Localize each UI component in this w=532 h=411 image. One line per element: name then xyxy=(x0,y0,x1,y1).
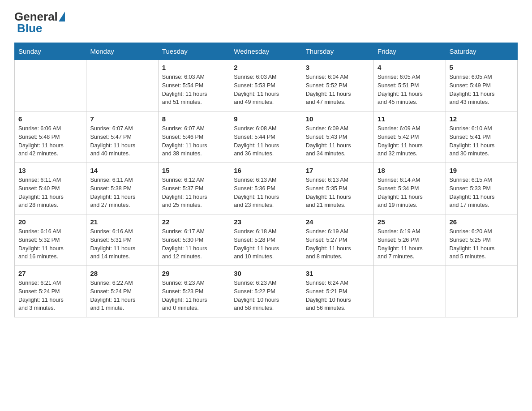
day-number: 3 xyxy=(306,64,370,71)
day-number: 13 xyxy=(18,167,82,174)
day-number: 9 xyxy=(234,115,298,123)
calendar-cell: 22Sunrise: 6:17 AM Sunset: 5:30 PM Dayli… xyxy=(158,214,230,266)
day-number: 28 xyxy=(90,270,154,277)
calendar-cell: 12Sunrise: 6:10 AM Sunset: 5:41 PM Dayli… xyxy=(446,111,517,163)
day-number: 7 xyxy=(90,115,154,123)
weekday-header-wednesday: Wednesday xyxy=(230,43,302,60)
day-number: 15 xyxy=(162,167,226,174)
day-number: 11 xyxy=(378,115,442,123)
day-number: 4 xyxy=(378,64,442,71)
day-number: 1 xyxy=(162,64,226,71)
day-info: Sunrise: 6:21 AM Sunset: 5:24 PM Dayligh… xyxy=(18,279,82,313)
calendar-cell xyxy=(86,60,158,111)
day-number: 22 xyxy=(162,218,226,226)
calendar-cell: 15Sunrise: 6:12 AM Sunset: 5:37 PM Dayli… xyxy=(158,163,230,214)
calendar-cell: 5Sunrise: 6:05 AM Sunset: 5:49 PM Daylig… xyxy=(446,60,517,111)
calendar-cell: 24Sunrise: 6:19 AM Sunset: 5:27 PM Dayli… xyxy=(302,214,373,266)
calendar-cell: 30Sunrise: 6:23 AM Sunset: 5:22 PM Dayli… xyxy=(230,266,302,317)
calendar-cell xyxy=(374,266,446,317)
calendar-cell: 31Sunrise: 6:24 AM Sunset: 5:21 PM Dayli… xyxy=(302,266,373,317)
day-number: 18 xyxy=(378,167,442,174)
day-number: 6 xyxy=(18,115,82,123)
day-number: 24 xyxy=(306,218,370,226)
day-number: 23 xyxy=(234,218,298,226)
calendar-cell: 20Sunrise: 6:16 AM Sunset: 5:32 PM Dayli… xyxy=(15,214,86,266)
logo-triangle-icon xyxy=(59,12,65,21)
day-info: Sunrise: 6:12 AM Sunset: 5:37 PM Dayligh… xyxy=(162,176,226,210)
day-info: Sunrise: 6:03 AM Sunset: 5:53 PM Dayligh… xyxy=(234,73,298,107)
calendar-cell xyxy=(15,60,86,111)
calendar-cell: 23Sunrise: 6:18 AM Sunset: 5:28 PM Dayli… xyxy=(230,214,302,266)
calendar-table: SundayMondayTuesdayWednesdayThursdayFrid… xyxy=(14,43,518,317)
day-info: Sunrise: 6:24 AM Sunset: 5:21 PM Dayligh… xyxy=(306,279,370,313)
weekday-header-sunday: Sunday xyxy=(15,43,86,60)
day-info: Sunrise: 6:07 AM Sunset: 5:47 PM Dayligh… xyxy=(90,124,154,158)
day-info: Sunrise: 6:07 AM Sunset: 5:46 PM Dayligh… xyxy=(162,124,226,158)
calendar-week-row: 27Sunrise: 6:21 AM Sunset: 5:24 PM Dayli… xyxy=(15,266,518,317)
weekday-header-thursday: Thursday xyxy=(302,43,373,60)
day-info: Sunrise: 6:23 AM Sunset: 5:22 PM Dayligh… xyxy=(234,279,298,313)
day-number: 25 xyxy=(378,218,442,226)
day-info: Sunrise: 6:19 AM Sunset: 5:27 PM Dayligh… xyxy=(306,227,370,261)
day-info: Sunrise: 6:23 AM Sunset: 5:23 PM Dayligh… xyxy=(162,279,226,313)
day-info: Sunrise: 6:13 AM Sunset: 5:35 PM Dayligh… xyxy=(306,176,370,210)
logo-general-text: General xyxy=(14,11,58,22)
calendar-cell: 29Sunrise: 6:23 AM Sunset: 5:23 PM Dayli… xyxy=(158,266,230,317)
day-number: 5 xyxy=(450,64,514,71)
weekday-header-monday: Monday xyxy=(86,43,158,60)
calendar-week-row: 1Sunrise: 6:03 AM Sunset: 5:54 PM Daylig… xyxy=(15,60,518,111)
calendar-cell: 25Sunrise: 6:19 AM Sunset: 5:26 PM Dayli… xyxy=(374,214,446,266)
day-number: 16 xyxy=(234,167,298,174)
day-info: Sunrise: 6:14 AM Sunset: 5:34 PM Dayligh… xyxy=(378,176,442,210)
calendar-cell: 11Sunrise: 6:09 AM Sunset: 5:42 PM Dayli… xyxy=(374,111,446,163)
day-number: 26 xyxy=(450,218,514,226)
calendar-cell: 14Sunrise: 6:11 AM Sunset: 5:38 PM Dayli… xyxy=(86,163,158,214)
day-info: Sunrise: 6:16 AM Sunset: 5:31 PM Dayligh… xyxy=(90,227,154,261)
day-number: 29 xyxy=(162,270,226,277)
day-info: Sunrise: 6:03 AM Sunset: 5:54 PM Dayligh… xyxy=(162,73,226,107)
day-number: 17 xyxy=(306,167,370,174)
calendar-cell: 27Sunrise: 6:21 AM Sunset: 5:24 PM Dayli… xyxy=(15,266,86,317)
day-info: Sunrise: 6:20 AM Sunset: 5:25 PM Dayligh… xyxy=(450,227,514,261)
calendar-cell: 3Sunrise: 6:04 AM Sunset: 5:52 PM Daylig… xyxy=(302,60,373,111)
day-info: Sunrise: 6:19 AM Sunset: 5:26 PM Dayligh… xyxy=(378,227,442,261)
calendar-header: SundayMondayTuesdayWednesdayThursdayFrid… xyxy=(15,43,518,60)
day-info: Sunrise: 6:18 AM Sunset: 5:28 PM Dayligh… xyxy=(234,227,298,261)
day-info: Sunrise: 6:15 AM Sunset: 5:33 PM Dayligh… xyxy=(450,176,514,210)
day-info: Sunrise: 6:11 AM Sunset: 5:40 PM Dayligh… xyxy=(18,176,82,210)
logo-blue-text: Blue xyxy=(14,21,42,35)
day-number: 2 xyxy=(234,64,298,71)
day-info: Sunrise: 6:09 AM Sunset: 5:42 PM Dayligh… xyxy=(378,124,442,158)
calendar-cell: 10Sunrise: 6:09 AM Sunset: 5:43 PM Dayli… xyxy=(302,111,373,163)
calendar-week-row: 13Sunrise: 6:11 AM Sunset: 5:40 PM Dayli… xyxy=(15,163,518,214)
day-info: Sunrise: 6:09 AM Sunset: 5:43 PM Dayligh… xyxy=(306,124,370,158)
calendar-cell: 2Sunrise: 6:03 AM Sunset: 5:53 PM Daylig… xyxy=(230,60,302,111)
calendar-cell: 16Sunrise: 6:13 AM Sunset: 5:36 PM Dayli… xyxy=(230,163,302,214)
day-info: Sunrise: 6:06 AM Sunset: 5:48 PM Dayligh… xyxy=(18,124,82,158)
calendar-cell: 7Sunrise: 6:07 AM Sunset: 5:47 PM Daylig… xyxy=(86,111,158,163)
day-number: 14 xyxy=(90,167,154,174)
calendar-cell: 18Sunrise: 6:14 AM Sunset: 5:34 PM Dayli… xyxy=(374,163,446,214)
calendar-week-row: 6Sunrise: 6:06 AM Sunset: 5:48 PM Daylig… xyxy=(15,111,518,163)
calendar-cell: 8Sunrise: 6:07 AM Sunset: 5:46 PM Daylig… xyxy=(158,111,230,163)
day-info: Sunrise: 6:05 AM Sunset: 5:49 PM Dayligh… xyxy=(450,73,514,107)
day-number: 27 xyxy=(18,270,82,277)
day-info: Sunrise: 6:17 AM Sunset: 5:30 PM Dayligh… xyxy=(162,227,226,261)
weekday-header-friday: Friday xyxy=(374,43,446,60)
day-info: Sunrise: 6:22 AM Sunset: 5:24 PM Dayligh… xyxy=(90,279,154,313)
day-info: Sunrise: 6:10 AM Sunset: 5:41 PM Dayligh… xyxy=(450,124,514,158)
calendar-cell: 1Sunrise: 6:03 AM Sunset: 5:54 PM Daylig… xyxy=(158,60,230,111)
calendar-cell: 9Sunrise: 6:08 AM Sunset: 5:44 PM Daylig… xyxy=(230,111,302,163)
weekday-header-row: SundayMondayTuesdayWednesdayThursdayFrid… xyxy=(15,43,518,60)
day-number: 12 xyxy=(450,115,514,123)
weekday-header-saturday: Saturday xyxy=(446,43,517,60)
day-number: 20 xyxy=(18,218,82,226)
day-number: 21 xyxy=(90,218,154,226)
calendar-cell: 13Sunrise: 6:11 AM Sunset: 5:40 PM Dayli… xyxy=(15,163,86,214)
day-info: Sunrise: 6:13 AM Sunset: 5:36 PM Dayligh… xyxy=(234,176,298,210)
calendar-cell: 26Sunrise: 6:20 AM Sunset: 5:25 PM Dayli… xyxy=(446,214,517,266)
day-number: 19 xyxy=(450,167,514,174)
day-info: Sunrise: 6:16 AM Sunset: 5:32 PM Dayligh… xyxy=(18,227,82,261)
day-info: Sunrise: 6:04 AM Sunset: 5:52 PM Dayligh… xyxy=(306,73,370,107)
day-number: 10 xyxy=(306,115,370,123)
